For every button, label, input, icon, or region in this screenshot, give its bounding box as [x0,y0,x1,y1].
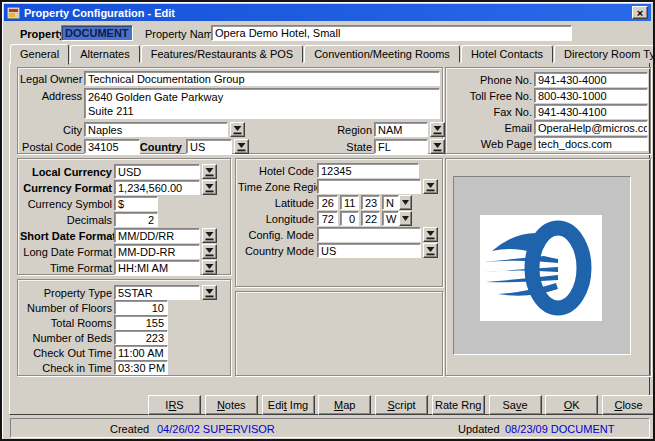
close-button-bottom[interactable]: Close [602,395,655,415]
time-zone-region-input[interactable] [317,179,421,194]
country-lov-button[interactable] [234,139,249,154]
check-out-time-label: Check Out Time [20,346,112,361]
hotel-code-label: Hotel Code [238,164,314,179]
status-bar: Created 04/26/02 SUPERVISOR Updated 08/2… [10,418,650,438]
time-format-label: Time Format [20,261,112,276]
property-name-input[interactable]: Opera Demo Hotel, Small [211,25,572,41]
titlebar[interactable]: Property Configuration - Edit × [4,4,651,21]
opera-logo-icon [480,215,602,321]
button-row: IRS Notes Edit Img Map Script Rate Rng S… [148,395,655,415]
lov-down-arrow-icon [237,142,246,152]
long-date-format-input[interactable]: MM-DD-RR [114,244,200,259]
rate-rng-button[interactable]: Rate Rng [432,395,485,415]
hotel-code-group: Hotel Code 12345 Time Zone Region Latitu… [235,158,443,287]
latitude-degrees-input[interactable]: 26 [317,195,338,210]
address-line2: Suite 211 [88,105,134,117]
web-page-label: Web Page [448,137,532,152]
state-lov-button[interactable] [430,139,445,154]
tab-hotel-contacts[interactable]: Hotel Contacts [461,45,553,63]
longitude-minutes-input[interactable]: 0 [340,211,359,226]
ok-button[interactable]: OK [545,395,598,415]
updated-value: 08/23/09 DOCUMENT [505,422,614,437]
property-name-label: Property Name [145,27,219,42]
city-lov-button[interactable] [230,122,245,137]
region-lov-button[interactable] [430,122,445,137]
irs-button[interactable]: IRS [148,395,201,415]
local-currency-lov-button[interactable] [202,164,217,179]
currency-symbol-label: Currency Symbol [20,197,112,212]
config-mode-input[interactable] [317,227,421,242]
total-rooms-input[interactable]: 155 [114,315,168,330]
longitude-degrees-input[interactable]: 72 [317,211,338,226]
state-label: State [306,140,372,155]
time-format-lov-button[interactable] [202,260,217,275]
lov-down-arrow-icon [433,125,442,135]
property-type-lov-button[interactable] [202,285,217,300]
decimals-input[interactable]: 2 [114,212,158,227]
short-date-lov-button[interactable] [202,228,217,243]
lov-down-arrow-icon [205,167,214,177]
address-input[interactable]: 2640 Golden Gate ParkwaySuite 211 [84,88,440,119]
close-button[interactable]: × [632,6,648,19]
web-page-input[interactable]: tech_docs.com [534,136,648,151]
lov-down-arrow-icon [426,246,435,256]
map-button[interactable]: Map [318,395,371,415]
number-of-beds-label: Number of Beds [20,331,112,346]
longitude-direction-dropdown-button[interactable] [399,211,412,226]
config-mode-lov-button[interactable] [423,227,438,242]
save-button[interactable]: Save [489,395,542,415]
notes-button[interactable]: Notes [205,395,258,415]
latitude-minutes-input[interactable]: 11 [340,195,359,210]
tab-directory-room-types[interactable]: Directory Room Types [554,45,655,63]
tab-features-restaurants-pos[interactable]: Features/Restaurants & POS [141,45,303,63]
lov-down-arrow-icon [205,231,214,241]
long-date-lov-button[interactable] [202,244,217,259]
property-input[interactable]: DOCUMENT [61,25,133,41]
tab-convention-meeting-rooms[interactable]: Convention/Meeting Rooms [304,45,460,63]
postal-code-label: Postal Code [20,140,82,155]
country-input[interactable]: US [186,139,232,154]
currency-format-input[interactable]: 1,234,560.00 [114,180,200,195]
legal-owner-input[interactable]: Technical Documentation Group [84,71,440,86]
lov-down-arrow-icon [233,125,242,135]
longitude-seconds-input[interactable]: 22 [361,211,380,226]
country-mode-lov-button[interactable] [423,243,438,258]
contact-group: Phone No. 941-430-4000 Toll Free No. 800… [445,67,651,154]
tab-strip: General Alternates Features/Restaurants … [10,44,655,63]
updated-label: Updated [458,422,500,437]
fax-input[interactable]: 941-430-4100 [534,104,648,119]
check-out-time-input[interactable]: 11:00 AM [114,345,168,360]
edit-img-button[interactable]: Edit Img [262,395,315,415]
check-in-time-input[interactable]: 03:30 PM [114,360,168,375]
email-input[interactable]: OperaHelp@micros.com [534,120,648,135]
time-zone-lov-button[interactable] [423,179,438,194]
local-currency-input[interactable]: USD [114,164,200,179]
latitude-direction-select[interactable]: N [382,195,399,210]
latitude-direction-dropdown-button[interactable] [399,195,412,210]
empty-group [235,291,443,376]
country-mode-input[interactable]: US [317,243,421,258]
region-input[interactable]: NAM [374,122,428,137]
script-button[interactable]: Script [375,395,428,415]
number-of-beds-input[interactable]: 223 [114,330,168,345]
toll-free-label: Toll Free No. [448,89,532,104]
currency-format-lov-button[interactable] [202,180,217,195]
short-date-format-input[interactable]: MM/DD/RR [114,228,200,243]
tab-alternates[interactable]: Alternates [70,45,140,63]
city-input[interactable]: Naples [84,122,228,137]
config-mode-label: Config. Mode [238,228,314,243]
currency-format-label: Currency Format [20,181,112,196]
hotel-code-input[interactable]: 12345 [317,163,419,178]
currency-symbol-input[interactable]: $ [114,196,158,211]
state-input[interactable]: FL [374,139,428,154]
phone-input[interactable]: 941-430-4000 [534,72,648,87]
latitude-seconds-input[interactable]: 23 [361,195,380,210]
number-of-floors-input[interactable]: 10 [114,300,168,315]
time-format-input[interactable]: HH:MI AM [114,260,200,275]
created-label: Created [110,422,149,437]
property-type-input[interactable]: 5STAR [114,285,200,300]
toll-free-input[interactable]: 800-430-1000 [534,88,648,103]
longitude-direction-select[interactable]: W [382,211,399,226]
tab-general[interactable]: General [10,44,69,65]
country-mode-label: Country Mode [238,244,314,259]
